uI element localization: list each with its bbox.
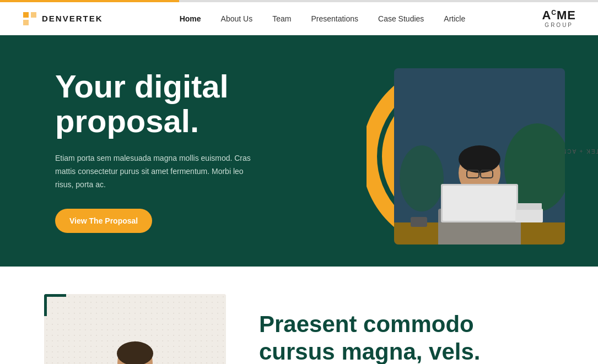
acme-sub: GROUP [545, 23, 573, 28]
logo-icon [22, 11, 37, 26]
nav-link-casestudies[interactable]: Case Studies [378, 14, 424, 23]
hero-content: Your digital proposal. Etiam porta sem m… [55, 69, 310, 233]
nav-item-presentations[interactable]: Presentations [311, 14, 358, 24]
view-proposal-button[interactable]: View The Proposal [55, 209, 152, 233]
nav-item-casestudies[interactable]: Case Studies [378, 14, 424, 24]
hero-photo [394, 68, 565, 245]
svg-rect-0 [23, 12, 29, 18]
logo-text: DENVERTEK [42, 14, 103, 23]
section2-image [44, 294, 226, 364]
section2: Praesent commodo cursus magna, vels. Eti… [0, 267, 598, 364]
nav-item-article[interactable]: Article [444, 14, 465, 24]
svg-rect-2 [23, 20, 29, 25]
acme-logo: ACME [542, 9, 576, 21]
nav-link-about[interactable]: About Us [221, 14, 253, 23]
hero-section: Your digital proposal. Etiam porta sem m… [0, 35, 598, 267]
bracket-corner [44, 294, 66, 316]
section2-person-svg [44, 294, 226, 364]
nav-link-home[interactable]: Home [180, 14, 201, 23]
svg-rect-25 [411, 217, 427, 227]
svg-rect-24 [516, 203, 542, 210]
hero-person-svg [394, 68, 565, 245]
nav-link-presentations[interactable]: Presentations [311, 14, 358, 23]
logo[interactable]: DENVERTEK [22, 11, 103, 26]
hero-title: Your digital proposal. [55, 69, 310, 139]
section2-title: Praesent commodo cursus magna, vels. [259, 311, 554, 364]
svg-rect-23 [515, 209, 543, 222]
svg-rect-22 [443, 186, 516, 221]
section2-text: Praesent commodo cursus magna, vels. Eti… [259, 311, 554, 364]
hero-image-area [310, 57, 565, 245]
navbar: DENVERTEK Home About Us Team Presentatio… [0, 2, 598, 35]
acme-brand: ACME GROUP [542, 9, 576, 28]
nav-link-article[interactable]: Article [444, 14, 465, 23]
acme-text-main: ACME [542, 8, 576, 22]
svg-rect-1 [31, 12, 36, 18]
nav-link-team[interactable]: Team [272, 14, 291, 23]
hero-description: Etiam porta sem malesuada magna mollis e… [55, 152, 254, 191]
svg-point-11 [400, 145, 444, 211]
nav-item-team[interactable]: Team [272, 14, 291, 24]
nav-item-home[interactable]: Home [180, 14, 201, 24]
nav-links: Home About Us Team Presentations Case St… [180, 14, 466, 24]
nav-item-about[interactable]: About Us [221, 14, 253, 24]
svg-point-15 [459, 145, 500, 173]
